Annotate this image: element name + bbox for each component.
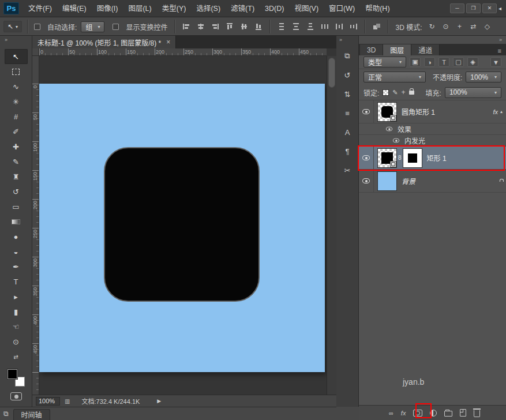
menu-help[interactable]: 帮助(H) xyxy=(360,0,395,17)
layer-mask-thumbnail[interactable] xyxy=(403,148,422,168)
menu-layer[interactable]: 图层(L) xyxy=(123,0,156,17)
quick-mask-button[interactable] xyxy=(10,392,22,400)
tab-layers[interactable]: 图层 xyxy=(383,44,411,55)
screen-mode-icon[interactable]: ⧉ xyxy=(3,410,9,418)
inner-glow-row[interactable]: 内发光 xyxy=(359,135,506,147)
history-brush-tool[interactable]: ↺ xyxy=(5,184,28,199)
layer-name[interactable]: 圆角矩形 1 xyxy=(402,107,435,117)
edge-arrow-icon[interactable]: ◂ xyxy=(498,5,503,12)
3d-roll-icon[interactable]: ⊙ xyxy=(440,21,451,32)
distribute-bottom-button[interactable] xyxy=(304,21,316,32)
rectangle-shape-tool[interactable]: ▮ xyxy=(5,304,28,319)
color-swatches[interactable] xyxy=(8,369,25,387)
new-group-icon[interactable] xyxy=(444,409,452,417)
gradient-tool[interactable] xyxy=(5,214,28,229)
filter-pixel-layers-icon[interactable]: ▣ xyxy=(410,57,421,67)
distribute-top-button[interactable] xyxy=(275,21,287,32)
align-hcenter-button[interactable] xyxy=(194,21,207,32)
panel-icon-tool-presets[interactable]: ✂ xyxy=(340,163,355,177)
edit-toolbar-button[interactable]: ⇄ xyxy=(5,349,28,364)
eye-icon[interactable] xyxy=(362,109,370,114)
tab-channels[interactable]: 通道 xyxy=(411,44,440,55)
visibility-cell[interactable] xyxy=(359,147,374,169)
menu-type[interactable]: 类型(Y) xyxy=(157,0,192,17)
tab-3d[interactable]: 3D xyxy=(360,44,383,55)
lock-all-icon[interactable] xyxy=(409,91,414,95)
align-vcenter-button[interactable] xyxy=(238,21,250,32)
vertical-ruler[interactable]: 0 50 100 150 200 250 300 350 400 450 xyxy=(32,56,39,395)
mask-link-icon[interactable]: 8 xyxy=(398,155,402,161)
layer-thumbnail[interactable] xyxy=(377,102,397,122)
3d-zoom-icon[interactable]: ◇ xyxy=(481,21,493,32)
layer-row-rect[interactable]: 8 矩形 1 xyxy=(359,147,506,170)
auto-select-checkbox[interactable] xyxy=(34,24,40,30)
tab-close-icon[interactable]: × xyxy=(166,38,170,46)
eye-icon[interactable] xyxy=(393,138,399,143)
document-tab[interactable]: 未标题-1 @ 100% (矩形 1, 图层蒙版/8) * × xyxy=(32,36,176,48)
toolbox-collapse-arrow[interactable]: » xyxy=(0,36,32,44)
panel-menu-icon[interactable]: ≡ xyxy=(498,47,506,55)
distribute-hcenter-button[interactable] xyxy=(333,21,345,32)
blur-tool[interactable]: ● xyxy=(5,229,28,244)
distribute-vcenter-button[interactable] xyxy=(290,21,302,32)
clone-stamp-tool[interactable]: ♜ xyxy=(5,169,28,184)
quick-selection-tool[interactable]: ✳ xyxy=(5,94,28,109)
crop-tool[interactable]: # xyxy=(5,109,28,124)
menu-edit[interactable]: 编辑(E) xyxy=(57,0,92,17)
current-tool-preset[interactable]: ↖ ▾ xyxy=(3,21,22,32)
layer-row-background[interactable]: 背景 xyxy=(359,170,506,193)
layer-thumbnail[interactable] xyxy=(377,171,397,191)
link-layers-icon[interactable]: ∞ xyxy=(389,410,393,417)
fx-badge[interactable]: fx xyxy=(493,108,498,115)
align-bottom-button[interactable] xyxy=(252,21,264,32)
eye-icon[interactable] xyxy=(362,155,370,160)
horizontal-ruler[interactable]: 0 50 100 150 200 250 300 350 400 450 xyxy=(39,48,327,56)
blend-mode-dropdown[interactable]: 正常 ▾ xyxy=(363,72,426,82)
zoom-level-field[interactable]: 100% xyxy=(36,397,60,406)
dock-collapse-arrow[interactable]: » xyxy=(336,36,358,44)
type-tool[interactable]: T xyxy=(5,274,28,289)
delete-layer-icon[interactable] xyxy=(474,408,480,417)
layer-name[interactable]: 矩形 1 xyxy=(427,153,447,163)
rounded-rectangle-shape[interactable] xyxy=(104,147,260,302)
3d-rotate-icon[interactable]: ↻ xyxy=(426,21,437,32)
menu-3d[interactable]: 3D(D) xyxy=(260,0,289,17)
align-right-button[interactable] xyxy=(209,21,221,32)
menu-file[interactable]: 文件(F) xyxy=(23,0,57,17)
eye-icon[interactable] xyxy=(362,178,370,183)
distribute-right-button[interactable] xyxy=(347,21,359,32)
fx-collapse-icon[interactable]: ▴ xyxy=(500,109,503,114)
filter-toggle-icon[interactable]: ▼ xyxy=(490,57,501,67)
layer-row-rounded-rect[interactable]: 圆角矩形 1 fx ▴ xyxy=(359,100,506,123)
effects-row[interactable]: 效果 xyxy=(359,123,506,135)
status-options-arrow-icon[interactable]: ▶ xyxy=(157,398,161,404)
opacity-dropdown[interactable]: 100% ▾ xyxy=(466,72,501,82)
vertical-scrollbar[interactable] xyxy=(327,56,336,395)
new-layer-icon[interactable] xyxy=(460,409,466,417)
brush-tool[interactable]: ✎ xyxy=(5,154,28,169)
canvas[interactable] xyxy=(39,84,325,372)
panel-icon-properties[interactable]: ≡ xyxy=(340,106,355,120)
menu-view[interactable]: 视图(V) xyxy=(289,0,324,17)
dodge-tool[interactable]: ◒ xyxy=(5,244,28,259)
eraser-tool[interactable]: ▭ xyxy=(5,199,28,214)
lock-paint-icon[interactable]: ✎ xyxy=(392,89,398,96)
fill-dropdown[interactable]: 100% ▾ xyxy=(445,87,501,98)
visibility-cell[interactable] xyxy=(359,100,374,123)
panel-icon-history[interactable]: ↺ xyxy=(340,68,355,82)
panel-icon-layers-comp[interactable]: ⧉ xyxy=(340,49,355,63)
lock-position-icon[interactable]: + xyxy=(402,88,406,96)
marquee-tool[interactable] xyxy=(5,64,28,79)
ruler-origin-corner[interactable] xyxy=(32,48,39,56)
menu-image[interactable]: 图像(I) xyxy=(92,0,123,17)
layer-thumbnail[interactable] xyxy=(377,148,397,168)
auto-select-dropdown[interactable]: 组 ▾ xyxy=(81,21,104,32)
path-selection-tool[interactable]: ▸ xyxy=(5,289,28,304)
move-tool[interactable]: ↖ xyxy=(5,49,28,64)
close-button[interactable]: ✕ xyxy=(482,3,497,13)
healing-brush-tool[interactable]: ✚ xyxy=(5,139,28,154)
eye-icon[interactable] xyxy=(386,127,392,132)
distribute-left-button[interactable] xyxy=(318,21,331,32)
timeline-tab[interactable]: 时间轴 xyxy=(13,409,50,420)
adjustment-layer-icon[interactable] xyxy=(430,410,437,417)
